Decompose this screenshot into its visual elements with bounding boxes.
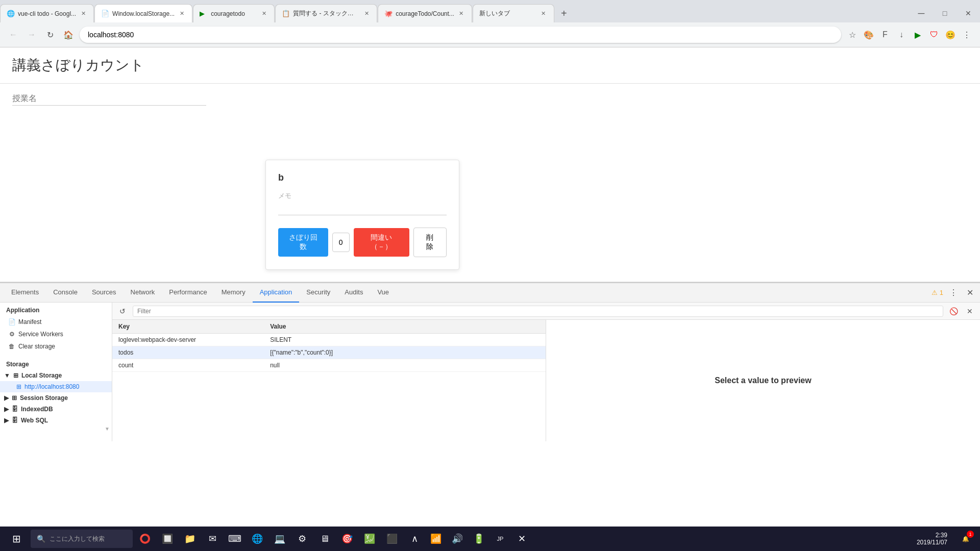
table-row[interactable]: todos [{"name":"b","count":0}] xyxy=(112,346,546,359)
extension-icon-1[interactable]: 🎨 xyxy=(862,28,876,42)
tab-sources[interactable]: Sources xyxy=(85,283,124,303)
indexeddb-group[interactable]: ▶ 🗄 IndexedDB xyxy=(0,404,112,415)
extension-icon-2[interactable]: F xyxy=(878,28,892,42)
address-input[interactable] xyxy=(80,27,841,43)
filter-input[interactable] xyxy=(133,306,943,317)
table-row[interactable]: loglevel:webpack-dev-server SILENT xyxy=(112,334,546,346)
tab-1-close[interactable]: ✕ xyxy=(79,10,87,18)
sabori-button[interactable]: さぼり回数 xyxy=(278,228,328,257)
reload-button[interactable]: ↻ xyxy=(43,28,57,42)
devtools-close-icon[interactable]: ✕ xyxy=(964,287,976,299)
notification-badge[interactable]: 🔔 1 xyxy=(955,529,976,549)
minimize-button[interactable]: ─ xyxy=(910,4,933,22)
delete-button[interactable]: 削除 xyxy=(413,228,447,257)
extension-icon-3[interactable]: ↓ xyxy=(894,28,909,42)
profile-icon[interactable]: 😊 xyxy=(943,28,958,42)
tab-5-title: courageTodo/Count... xyxy=(396,10,454,17)
session-storage-group[interactable]: ▶ ⊞ Session Storage xyxy=(0,392,112,404)
taskbar-icon-terminal2[interactable]: ⬛ xyxy=(382,529,402,549)
tab-6-close[interactable]: ✕ xyxy=(540,10,548,18)
taskbar-icon-app1[interactable]: 🎯 xyxy=(337,529,357,549)
close-button[interactable]: ✕ xyxy=(957,4,980,22)
row-2-key: count xyxy=(112,359,264,372)
sidebar-item-service-workers[interactable]: ⚙ Service Workers xyxy=(0,328,112,340)
tab-6[interactable]: 新しいタブ ✕ xyxy=(473,4,554,22)
taskbar-icon-chrome[interactable]: 🌐 xyxy=(247,529,267,549)
taskbar-icon-monitor[interactable]: 🖥 xyxy=(314,529,335,549)
bookmark-icon[interactable]: ☆ xyxy=(845,28,860,42)
devtools-tab-actions: ⚠ 1 ⋮ ✕ xyxy=(932,287,976,299)
taskbar-icon-vscode[interactable]: 💻 xyxy=(270,529,290,549)
taskbar-icon-cortana[interactable]: ⭕ xyxy=(135,529,155,549)
tab-network[interactable]: Network xyxy=(124,283,162,303)
tab-1[interactable]: 🌐 vue-cli todo - Googl... ✕ xyxy=(0,4,94,22)
tab-elements[interactable]: Elements xyxy=(4,283,46,303)
tab-6-title: 新しいタブ xyxy=(479,9,536,18)
extension-icon-5[interactable]: 🛡 xyxy=(927,28,941,42)
systray-chevron[interactable]: ∧ xyxy=(404,529,425,549)
tab-4-close[interactable]: ✕ xyxy=(362,10,371,18)
web-sql-group[interactable]: ▶ 🗄 Web SQL xyxy=(0,415,112,426)
tab-audits[interactable]: Audits xyxy=(337,283,370,303)
tab-3-close[interactable]: ✕ xyxy=(260,10,268,18)
systray-lang[interactable]: JP xyxy=(490,529,510,549)
sidebar-item-manifest[interactable]: 📄 Manifest xyxy=(0,316,112,328)
machigai-button[interactable]: 間違い（－） xyxy=(354,228,409,257)
close-filter-button[interactable]: ✕ xyxy=(964,305,976,317)
tab-3-favicon: ▶ xyxy=(200,10,208,18)
tab-performance[interactable]: Performance xyxy=(162,283,214,303)
sabori-count: 0 xyxy=(332,233,350,252)
tab-5-close[interactable]: ✕ xyxy=(457,10,465,18)
tab-2[interactable]: 📄 Window.localStorage... ✕ xyxy=(94,4,192,22)
memo-input[interactable] xyxy=(278,203,447,215)
row-2-value: null xyxy=(264,359,546,372)
systray-volume[interactable]: 🔊 xyxy=(447,529,468,549)
sidebar-child-localhost[interactable]: ⊞ http://localhost:8080 xyxy=(0,381,112,392)
extension-icon-4[interactable]: ▶ xyxy=(911,28,925,42)
systray-network[interactable]: 📶 xyxy=(426,529,446,549)
session-storage-chevron: ▶ xyxy=(4,394,9,402)
localhost-label: http://localhost:8080 xyxy=(24,383,79,390)
tab-1-favicon: 🌐 xyxy=(7,10,15,18)
tab-security[interactable]: Security xyxy=(299,283,337,303)
taskbar-time[interactable]: 2:39 2019/11/07 xyxy=(917,532,953,546)
taskbar-search-text: ここに入力して検索 xyxy=(50,535,105,543)
taskbar-icon-app2[interactable]: 💹 xyxy=(359,529,380,549)
clear-button[interactable]: 🚫 xyxy=(947,305,960,317)
toolbar-icons: ☆ 🎨 F ↓ ▶ 🛡 😊 ⋮ xyxy=(845,28,974,42)
forward-button[interactable]: → xyxy=(24,28,39,42)
taskbar-icon-task-view[interactable]: 🔲 xyxy=(157,529,178,549)
refresh-button[interactable]: ↺ xyxy=(116,305,129,317)
indexeddb-chevron: ▶ xyxy=(4,406,9,413)
back-button[interactable]: ← xyxy=(6,28,20,42)
taskbar-icon-terminal[interactable]: ⌨ xyxy=(225,529,245,549)
tab-2-close[interactable]: ✕ xyxy=(178,10,186,18)
start-button[interactable]: ⊞ xyxy=(4,527,29,551)
tab-4[interactable]: 📋 質問する - スタック・オ... ✕ xyxy=(275,4,377,22)
new-tab-button[interactable]: + xyxy=(555,4,573,22)
taskbar-icon-settings[interactable]: ⚙ xyxy=(292,529,312,549)
tab-3[interactable]: ▶ couragetodo ✕ xyxy=(193,4,275,22)
devtools-split: Key Value loglevel:webpack-dev-server SI… xyxy=(112,320,980,441)
table-row[interactable]: count null xyxy=(112,359,546,372)
menu-icon[interactable]: ⋮ xyxy=(960,28,974,42)
row-1-value: [{"name":"b","count":0}] xyxy=(264,346,546,359)
tab-5[interactable]: 🐙 courageTodo/Count... ✕ xyxy=(378,4,472,22)
page-input-area xyxy=(0,84,980,114)
tab-application[interactable]: Application xyxy=(253,283,300,303)
home-button[interactable]: 🏠 xyxy=(61,28,76,42)
sidebar-item-clear-storage[interactable]: 🗑 Clear storage xyxy=(0,340,112,353)
tab-console[interactable]: Console xyxy=(46,283,85,303)
taskbar-icon-mail[interactable]: ✉ xyxy=(202,529,223,549)
local-storage-group[interactable]: ▼ ⊞ Local Storage xyxy=(0,370,112,381)
manifest-icon: 📄 xyxy=(8,318,15,325)
tab-memory[interactable]: Memory xyxy=(214,283,253,303)
tab-vue[interactable]: Vue xyxy=(370,283,396,303)
taskbar-search[interactable]: 🔍 ここに入力して検索 xyxy=(31,530,133,548)
devtools-more-icon[interactable]: ⋮ xyxy=(947,287,960,299)
maximize-button[interactable]: □ xyxy=(933,4,957,22)
taskbar-icon-files[interactable]: 📁 xyxy=(180,529,200,549)
systray-battery[interactable]: 🔋 xyxy=(469,529,489,549)
systray-close[interactable]: ✕ xyxy=(511,529,532,549)
subject-input[interactable] xyxy=(12,92,206,106)
